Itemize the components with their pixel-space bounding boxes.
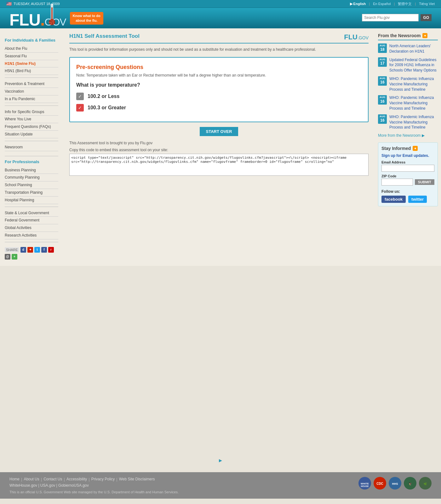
news-link[interactable]: WHO: Pandemic Influenza Vaccine Manufact… xyxy=(389,114,438,130)
empty-area xyxy=(0,266,441,455)
sidebar-item-prevention[interactable]: Prevention & Treatment xyxy=(5,80,58,88)
rss-icon[interactable]: ✦ xyxy=(422,33,427,38)
sidebar-item-about-flu[interactable]: About the Flu xyxy=(5,45,58,53)
sidebar-item-community[interactable]: Community Planning xyxy=(5,174,58,181)
sidebar-item-pandemic[interactable]: In a Flu Pandemic xyxy=(5,95,58,103)
logo-area: FLU.GOV Know what to do about the flu. xyxy=(9,10,103,29)
news-list: AUG 18 North American Leaders' Declarati… xyxy=(378,43,438,130)
option-row-2[interactable]: ✓ 100.3 or Greater xyxy=(76,104,362,112)
share-label: SHARE xyxy=(5,247,19,252)
site-header: 🇺🇸 TUESDAY, AUGUST 18, 2009 ▶ English | … xyxy=(0,0,441,28)
sidebar-item-newsroom[interactable]: Newsroom xyxy=(5,144,58,151)
left-sidebar: For Individuals & Families About the Flu… xyxy=(0,28,63,266)
sidebar-item-vaccination[interactable]: Vaccination xyxy=(5,88,58,95)
sidebar-item-hospital[interactable]: Hospital Planning xyxy=(5,197,58,204)
rss-icon-2[interactable]: ✦ xyxy=(413,146,418,151)
newsroom-title: From the Newsroom xyxy=(378,33,421,38)
zip-input[interactable] xyxy=(381,179,413,186)
footer-link-home[interactable]: Home xyxy=(9,477,20,481)
sidebar-item-h5n1[interactable]: H5N1 (Bird Flu) xyxy=(5,67,58,75)
facebook-link[interactable]: facebook xyxy=(381,196,406,203)
language-selector: ▶ English | En Español | 繁體中文 | Tiếng Vi… xyxy=(350,2,435,6)
footer-link-accessibility[interactable]: Accessibility xyxy=(66,477,87,481)
right-sidebar: From the Newsroom ✦ AUG 18 North America… xyxy=(375,28,441,266)
news-link[interactable]: Updated Federal Guidelines for 2009 H1N1… xyxy=(389,57,438,73)
stay-informed-title: Stay Informed xyxy=(381,146,411,151)
share-facebook-icon[interactable]: f xyxy=(41,247,47,253)
news-link[interactable]: WHO: Pandemic Influenza Vaccine Manufact… xyxy=(389,95,438,111)
sidebar-item-state-local[interactable]: State & Local Government xyxy=(5,209,58,217)
sidebar-item-seasonal-flu[interactable]: Seasonal Flu xyxy=(5,53,58,60)
question-text: What is your temperature? xyxy=(76,82,362,88)
share-bar: SHARE d ✦ t f r @ + xyxy=(5,247,58,260)
assessment-box: Pre-screening Questions Note: Temperatur… xyxy=(69,57,369,122)
tool-logo: FLU.GOV xyxy=(344,33,369,41)
sidebar-item-transportation[interactable]: Transportation Planing xyxy=(5,189,58,197)
search-input[interactable] xyxy=(362,14,419,21)
sidebar-item-business[interactable]: Business Planning xyxy=(5,167,58,174)
footer-link-about[interactable]: About Us xyxy=(24,477,39,481)
news-date-badge: AUG 16 xyxy=(378,95,387,105)
checkbox-2[interactable]: ✓ xyxy=(76,104,84,112)
sidebar-section-professionals: For Professionals xyxy=(5,159,58,164)
sidebar-item-research[interactable]: Research Activities xyxy=(5,232,58,239)
sidebar-item-h1n1[interactable]: H1N1 (Swine Flu) xyxy=(5,60,58,68)
lang-english[interactable]: ▶ English xyxy=(350,2,366,6)
footer-gobierno[interactable]: GobiernoUSA.gov xyxy=(58,483,89,488)
eagle-logo: 🦅 xyxy=(404,477,416,490)
search-button[interactable]: GO xyxy=(421,14,432,21)
sidebar-item-specific-groups[interactable]: Info for Specific Groups xyxy=(5,108,58,116)
sidebar-item-federal[interactable]: Federal Government xyxy=(5,217,58,224)
footer-whitehouse[interactable]: WhiteHouse.gov xyxy=(9,483,37,488)
more-newsroom-link[interactable]: More from the Newsroom ▶ xyxy=(378,133,438,138)
checkbox-1[interactable]: ✓ xyxy=(76,93,84,100)
svg-text:HOUSE: HOUSE xyxy=(361,485,369,487)
top-bar: 🇺🇸 TUESDAY, AUGUST 18, 2009 ▶ English | … xyxy=(0,0,441,8)
lang-vietnamese[interactable]: Tiếng Viet xyxy=(419,2,435,6)
sidebar-item-global[interactable]: Global Activities xyxy=(5,224,58,232)
email-input[interactable] xyxy=(381,165,434,172)
hhs-logo: HHS xyxy=(389,477,401,490)
newsroom-header: From the Newsroom ✦ xyxy=(378,33,438,40)
tool-disclaimer: This tool is provided for information pu… xyxy=(69,47,369,52)
news-item: AUG 18 North American Leaders' Declarati… xyxy=(378,43,438,54)
sidebar-item-where-you-live[interactable]: Where You Live xyxy=(5,116,58,123)
share-digg-icon[interactable]: ✦ xyxy=(27,247,33,253)
lang-chinese[interactable]: 繁體中文 xyxy=(398,2,412,6)
temp-note: Note: Temperature taken with an Ear or R… xyxy=(76,73,362,77)
sidebar-item-faqs[interactable]: Frequent Questions (FAQs) xyxy=(5,123,58,131)
option-1-label: 100.2 or Less xyxy=(88,94,119,99)
news-date-badge: AUG 18 xyxy=(378,43,387,53)
logo-flu: FLU xyxy=(9,11,40,29)
twitter-link[interactable]: twitter xyxy=(408,196,427,203)
share-twitter-icon[interactable]: t xyxy=(34,247,40,253)
lang-spanish[interactable]: En Español xyxy=(373,2,391,6)
footer-link-disclaimers[interactable]: Web Site Disclaimers xyxy=(119,477,155,481)
sidebar-item-situation-update[interactable]: Situation Update xyxy=(5,131,58,138)
whitehouse-logo: WHITE HOUSE xyxy=(358,477,371,490)
submit-button[interactable]: SUBMIT xyxy=(415,179,434,185)
news-link[interactable]: North American Leaders' Declaration on H… xyxy=(389,43,438,54)
tool-title: H1N1 Self Assessment Tool xyxy=(69,33,140,39)
option-row-1[interactable]: ✓ 100.2 or Less xyxy=(76,93,362,100)
share-reddit-icon[interactable]: r xyxy=(48,247,54,253)
embed-code-box[interactable]: <script type="text/javascript" src="http… xyxy=(69,154,369,176)
option-2-label: 100.3 or Greater xyxy=(88,105,126,111)
thermometer-icon xyxy=(41,2,66,28)
sidebar-item-school[interactable]: School Planning xyxy=(5,181,58,189)
footer-usa[interactable]: USA.gov xyxy=(40,483,55,488)
news-link[interactable]: WHO: Pandemic Influenza Vaccine Manufact… xyxy=(389,76,438,92)
footer-link-privacy[interactable]: Privacy Policy xyxy=(91,477,115,481)
footer-link-contact[interactable]: Contact Us xyxy=(43,477,62,481)
stay-informed-section: Stay Informed ✦ Sign up for Email update… xyxy=(378,142,438,206)
svg-text:🦅: 🦅 xyxy=(409,482,412,486)
share-email-icon[interactable]: @ xyxy=(5,254,10,260)
news-item: AUG 16 WHO: Pandemic Influenza Vaccine M… xyxy=(378,95,438,111)
tool-header: H1N1 Self Assessment Tool FLU.GOV xyxy=(69,33,369,43)
footer-links: Home | About Us | Contact Us | Accessibi… xyxy=(9,477,179,482)
embed-label: Copy this code to embed this assessment … xyxy=(69,148,369,152)
share-delicious-icon[interactable]: d xyxy=(20,247,26,253)
start-over-button[interactable]: START OVER xyxy=(200,127,238,136)
share-more-icon[interactable]: + xyxy=(12,254,17,260)
footer-logos: WHITE HOUSE CDC HHS 🦅 xyxy=(358,477,432,490)
